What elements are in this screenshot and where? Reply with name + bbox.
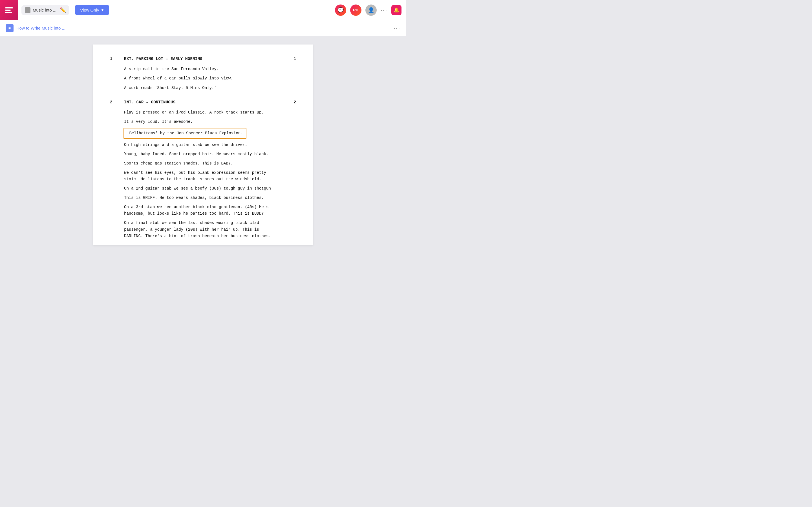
scene-1-number-right: 1 <box>294 56 296 62</box>
breadcrumb[interactable]: How to Write Music into ... <box>16 25 65 31</box>
scene-2-after-4: We can't see his eyes, but his blank exp… <box>110 170 296 182</box>
scene-1-number: 1 <box>110 56 116 62</box>
scene-1-line-1: A strip mall in the San Fernando Valley. <box>110 66 296 72</box>
scene-1-block: 1 EXT. PARKING LOT – EARLY MORNING 1 A s… <box>110 56 296 91</box>
scene-2-after-3: Sports cheap gas station shades. This is… <box>110 160 296 167</box>
view-only-label: View Only <box>80 8 99 12</box>
scene-1-header: 1 EXT. PARKING LOT – EARLY MORNING 1 <box>110 56 296 62</box>
topbar-right: 💬 RD 👤 ··· 🔔 <box>335 4 402 16</box>
document-tab[interactable]: Music into ... ✏️ <box>21 5 69 15</box>
scene-1-heading: EXT. PARKING LOT – EARLY MORNING <box>124 56 202 62</box>
scene-2-heading: INT. CAR – CONTINUOUS <box>124 99 175 105</box>
scene-2-left: 2 INT. CAR – CONTINUOUS <box>110 99 175 105</box>
scene-2-after-5: On a 2nd guitar stab we see a beefy (30s… <box>110 185 296 192</box>
scene-2-header: 2 INT. CAR – CONTINUOUS 2 <box>110 99 296 105</box>
scene-2-after-1: On high strings and a guitar stab we see… <box>110 142 296 148</box>
topbar: Music into ... ✏️ View Only ▼ 💬 RD 👤 ···… <box>0 0 406 20</box>
script-document: 1 EXT. PARKING LOT – EARLY MORNING 1 A s… <box>93 45 313 245</box>
breadcrumb-doc-icon: ■ <box>6 24 13 32</box>
scene-2-block: 2 INT. CAR – CONTINUOUS 2 Play is presse… <box>110 99 296 239</box>
scene-2-after-8: On a final stab we see the last shades w… <box>110 220 296 239</box>
scene-2-line-2: It's very loud. It's awesome. <box>110 119 296 125</box>
svg-rect-1 <box>5 10 11 11</box>
notification-icon[interactable]: 🔔 <box>391 5 402 15</box>
tab-title: Music into ... <box>33 8 56 12</box>
scene-1-line-3: A curb reads 'Short Stay. 5 Mins Only.' <box>110 85 296 91</box>
scene-1-line-2: A front wheel of a car pulls slowly into… <box>110 75 296 82</box>
scene-2-number: 2 <box>110 99 116 105</box>
scene-2-after-2: Young, baby faced. Short cropped hair. H… <box>110 151 296 158</box>
scene-2-after-6: This is GRIFF. He too wears shades, blac… <box>110 194 296 201</box>
app-logo[interactable] <box>0 0 18 20</box>
chevron-down-icon: ▼ <box>101 8 104 12</box>
edit-icon[interactable]: ✏️ <box>60 7 66 13</box>
more-options-button[interactable]: ··· <box>380 6 388 14</box>
svg-rect-0 <box>5 7 13 8</box>
scene-2-after-7: On a 3rd stab we see another black clad … <box>110 204 296 217</box>
breadcrumb-bar: ■ How to Write Music into ... ··· <box>0 20 406 36</box>
main-content: 1 EXT. PARKING LOT – EARLY MORNING 1 A s… <box>0 36 406 253</box>
avatar[interactable]: RD <box>350 4 361 16</box>
comment-icon[interactable]: 💬 <box>335 4 346 16</box>
document-tab-icon <box>25 7 31 13</box>
scene-2-number-right: 2 <box>294 99 296 105</box>
svg-rect-2 <box>5 12 12 13</box>
scene-1-left: 1 EXT. PARKING LOT – EARLY MORNING <box>110 56 202 62</box>
highlighted-music-line: 'Bellbottoms' by the Jon Spencer Blues E… <box>123 128 246 138</box>
breadcrumb-more-button[interactable]: ··· <box>394 24 400 32</box>
scene-2-line-1: Play is pressed on an iPod Classic. A ro… <box>110 109 296 116</box>
view-only-button[interactable]: View Only ▼ <box>75 5 109 15</box>
guest-avatar: 👤 <box>365 4 377 16</box>
